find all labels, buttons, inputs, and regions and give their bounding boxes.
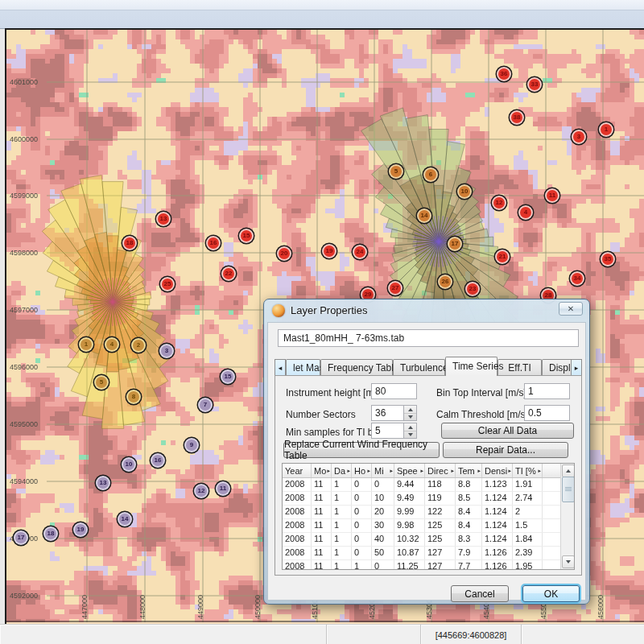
tab-scroll-right-icon[interactable]: ▸	[571, 359, 582, 376]
column-header-spee[interactable]: Spee▸	[394, 464, 425, 477]
layer-filename-field[interactable]: Mast1_80mHH_ 7-63ms.tab	[278, 329, 579, 347]
map-marker-12[interactable]: 12	[493, 197, 505, 208]
table-cell[interactable]: 1.91	[513, 478, 543, 491]
map-marker-15[interactable]: 15	[241, 230, 252, 242]
column-header-mo[interactable]: Mo▸	[312, 464, 332, 477]
table-cell[interactable]: 11	[312, 506, 332, 518]
table-cell[interactable]: 2008	[283, 478, 312, 491]
clear-all-data-button[interactable]: Clear All Data	[441, 423, 574, 439]
table-cell[interactable]: 1	[352, 560, 372, 570]
map-marker-26[interactable]: 26	[440, 276, 451, 287]
table-cell[interactable]: 11	[312, 533, 332, 546]
table-cell[interactable]: 9.49	[394, 492, 425, 505]
column-header-year[interactable]: Year	[283, 464, 312, 477]
map-marker-14[interactable]: 14	[419, 210, 430, 221]
map-marker-21[interactable]: 21	[497, 251, 508, 262]
table-cell[interactable]: 0	[352, 519, 372, 532]
table-cell[interactable]: 1.124	[482, 533, 513, 546]
map-marker-19[interactable]: 19	[75, 524, 86, 535]
table-cell[interactable]: 1	[332, 547, 352, 559]
table-cell[interactable]: 2008	[283, 533, 312, 546]
table-cell[interactable]: 127	[425, 547, 456, 559]
table-cell[interactable]: 2.39	[513, 547, 543, 559]
map-marker-6[interactable]: 6	[425, 169, 436, 180]
table-cell[interactable]: 2008	[283, 560, 312, 570]
map-marker-1[interactable]: 1	[601, 124, 612, 135]
table-cell[interactable]: 8.4	[456, 519, 482, 532]
map-marker-9[interactable]: 9	[186, 440, 197, 451]
tab-turbulence[interactable]: Turbulence	[393, 359, 445, 376]
map-marker-7[interactable]: 7	[200, 399, 211, 411]
map-marker-18[interactable]: 18	[124, 237, 135, 249]
column-header-direc[interactable]: Direc▸	[425, 464, 456, 477]
map-marker-16[interactable]: 16	[208, 237, 219, 249]
table-cell[interactable]: 127	[425, 560, 456, 570]
table-cell[interactable]: 1.95	[513, 560, 543, 570]
layer-properties-dialog[interactable]: Layer Properties ✕ Mast1_80mHH_ 7-63ms.t…	[263, 299, 590, 605]
table-cell[interactable]: 1	[332, 560, 352, 570]
table-cell[interactable]: 0	[352, 506, 372, 518]
table-cell[interactable]: 40	[372, 533, 394, 546]
map-marker-24[interactable]: 24	[354, 246, 365, 258]
map-marker-19[interactable]: 19	[324, 246, 335, 257]
dialog-titlebar[interactable]: Layer Properties ✕	[264, 299, 589, 322]
table-cell[interactable]: 30	[372, 519, 394, 532]
table-cell[interactable]: 0	[352, 547, 372, 559]
map-marker-3[interactable]: 3	[573, 131, 584, 142]
column-header-tem[interactable]: Tem▸	[456, 464, 482, 477]
map-marker-4[interactable]: 4	[520, 207, 531, 218]
scrollbar-thumb[interactable]	[562, 477, 575, 502]
table-cell[interactable]: 2008	[283, 506, 312, 518]
number-sectors-stepper[interactable]: 36	[371, 405, 417, 421]
map-marker-10[interactable]: 10	[123, 459, 134, 470]
map-marker-14[interactable]: 14	[119, 514, 130, 525]
tab-eff-ti[interactable]: Eff.TI	[497, 359, 542, 376]
repair-data-button[interactable]: Repair Data...	[443, 442, 568, 458]
spinner-icon[interactable]	[403, 406, 416, 420]
map-marker-17[interactable]: 17	[15, 532, 27, 543]
map-marker-12[interactable]: 12	[196, 485, 207, 497]
map-marker-22[interactable]: 22	[223, 268, 234, 279]
table-cell[interactable]: 9.98	[394, 519, 425, 532]
table-row[interactable]: 200811105010.871277.91.1262.39	[283, 547, 574, 560]
table-cell[interactable]: 1	[332, 478, 352, 491]
map-marker-33[interactable]: 33	[529, 79, 540, 90]
table-cell[interactable]: 2.74	[513, 492, 543, 505]
cancel-button[interactable]: Cancel	[451, 585, 509, 602]
table-cell[interactable]: 2008	[283, 492, 312, 505]
table-cell[interactable]: 1.124	[482, 506, 513, 518]
column-header-da[interactable]: Da▸	[332, 464, 352, 477]
replace-wind-frequency-table-button[interactable]: Replace Current Wind Frequency Table	[283, 442, 440, 458]
table-cell[interactable]: 1	[332, 519, 352, 532]
table-cell[interactable]: 9.99	[394, 506, 425, 518]
instrument-height-input[interactable]: 80	[371, 383, 417, 399]
map-marker-13[interactable]: 13	[158, 213, 169, 225]
table-cell[interactable]: 8.5	[456, 492, 482, 505]
map-marker-17[interactable]: 17	[449, 238, 460, 250]
min-samples-stepper[interactable]: 5	[371, 423, 417, 439]
table-scrollbar[interactable]	[560, 464, 574, 569]
table-cell[interactable]: 125	[425, 519, 456, 532]
map-marker-16[interactable]: 16	[152, 455, 163, 466]
table-cell[interactable]: 0	[352, 492, 372, 505]
map-marker-2[interactable]: 2	[133, 340, 144, 351]
table-cell[interactable]: 11	[312, 547, 332, 559]
map-marker-20[interactable]: 20	[279, 248, 290, 259]
map-marker-11[interactable]: 11	[547, 190, 558, 201]
table-cell[interactable]: 1.123	[482, 478, 513, 491]
table-row[interactable]: 20081110109.491198.51.1242.74	[283, 492, 574, 506]
tab-let-mast[interactable]: let Mast	[286, 359, 320, 376]
map-marker-36[interactable]: 36	[498, 68, 510, 80]
table-cell[interactable]: 20	[372, 506, 394, 518]
tab-scroll-left-icon[interactable]: ◂	[275, 359, 286, 376]
table-cell[interactable]: 1	[332, 533, 352, 546]
table-cell[interactable]: 11.25	[394, 560, 425, 570]
map-marker-13[interactable]: 13	[97, 477, 109, 489]
table-cell[interactable]: 0	[372, 560, 394, 570]
table-cell[interactable]: 8.3	[456, 533, 482, 546]
table-cell[interactable]: 1	[332, 506, 352, 518]
column-header-mi[interactable]: Mi▸	[372, 464, 394, 477]
map-marker-34[interactable]: 34	[572, 273, 583, 284]
column-header-densi[interactable]: Densi▸	[482, 464, 513, 477]
table-cell[interactable]: 1.124	[482, 492, 513, 505]
